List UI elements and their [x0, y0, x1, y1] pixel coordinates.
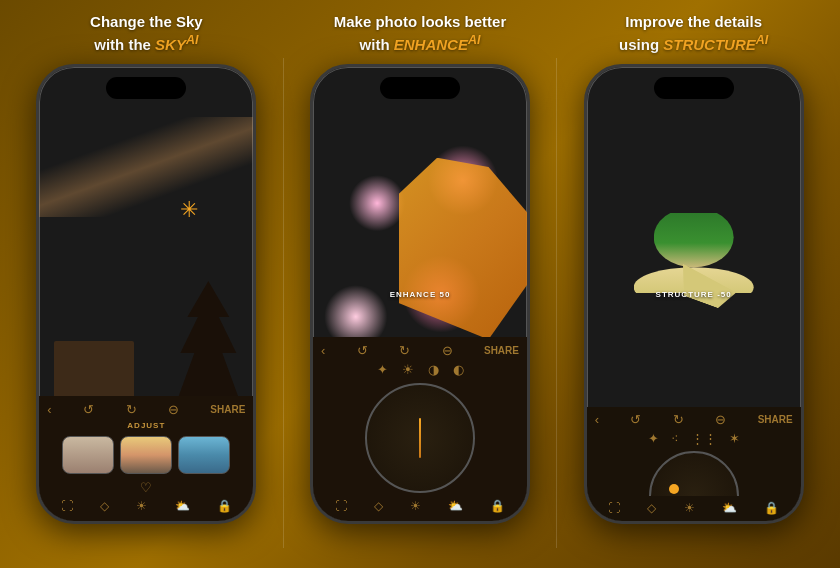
enhance-icons-row: ✦ ☀ ◑ ◐ [321, 362, 519, 377]
lock-icon-3[interactable]: 🔒 [764, 501, 779, 515]
undo-icon-3[interactable]: ↺ [630, 412, 641, 427]
sky-streaks [39, 117, 253, 217]
dynamic-island-2 [380, 77, 460, 99]
texture-icon[interactable]: ⋮⋮ [691, 431, 717, 446]
sky-highlight: SKYAI [155, 36, 198, 53]
structure-mini-dial[interactable] [649, 451, 739, 496]
tree-silhouette [173, 281, 243, 401]
crop-icon[interactable]: ⛶ [61, 499, 73, 513]
sparkle-icon[interactable]: ✦ [377, 362, 388, 377]
redo-icon-2[interactable]: ↻ [399, 343, 410, 358]
sun-icon[interactable]: ☀ [402, 362, 414, 377]
enhance-toolbar: ‹ ↺ ↻ ⊖ SHARE [321, 343, 519, 358]
sky-title: Change the Sky with the SKYAI [90, 12, 203, 54]
structure-footer-icons: ⛶ ◇ ☀ ⛅ 🔒 [595, 501, 793, 515]
compare-icon[interactable]: ⊖ [168, 402, 179, 417]
sky-thumbnails [47, 436, 245, 474]
sky-phone-bottom: ‹ ↺ ↻ ⊖ SHARE ADJUST ♡ ⛶ ◇ ☀ ⛅ [39, 396, 253, 521]
brightness-icon-2[interactable]: ☀ [410, 499, 421, 513]
island-aerial [634, 203, 754, 293]
share-button-3[interactable]: SHARE [758, 414, 793, 425]
magic-icon[interactable]: ◇ [100, 499, 109, 513]
enhance-highlight: ENHANCEAI [394, 36, 481, 53]
compare-icon-2[interactable]: ⊖ [442, 343, 453, 358]
crop-icon-3[interactable]: ⛶ [608, 501, 620, 515]
main-container: Change the Sky with the SKYAI ✳ ‹ ↺ ↻ ⊖ … [0, 0, 840, 568]
back-icon-3[interactable]: ‹ [595, 412, 599, 427]
mini-dial-dot [669, 484, 679, 494]
dynamic-island-1 [106, 77, 186, 99]
magic-icon-2[interactable]: ◇ [374, 499, 383, 513]
phone-enhance: ENHANCE 50 ‹ ↺ ↻ ⊖ SHARE ✦ ☀ ◑ ◐ [310, 64, 530, 524]
sky-toolbar: ‹ ↺ ↻ ⊖ SHARE [47, 402, 245, 417]
panel-structure: Improve the details using STRUCTUREAI ST… [557, 12, 830, 568]
sky-thumb-3[interactable] [178, 436, 230, 474]
sky-thumb-1[interactable] [62, 436, 114, 474]
back-icon[interactable]: ‹ [47, 402, 51, 417]
enhance-footer-icons: ⛶ ◇ ☀ ⛅ 🔒 [321, 499, 519, 513]
structure-badge: STRUCTURE -50 [656, 290, 732, 299]
person-icon[interactable]: ✶ [729, 431, 740, 446]
heart-icon[interactable]: ♡ [47, 480, 245, 495]
redo-icon[interactable]: ↻ [126, 402, 137, 417]
grain-icon[interactable]: ⁖ [671, 431, 679, 446]
structure-phone-bottom: ‹ ↺ ↻ ⊖ SHARE ✦ ⁖ ⋮⋮ ✶ [587, 407, 801, 521]
structure-toolbar: ‹ ↺ ↻ ⊖ SHARE [595, 412, 793, 427]
panel-enhance: Make photo looks better with ENHANCEAI E… [284, 12, 557, 568]
sky-footer-icons: ⛶ ◇ ☀ ⛅ 🔒 [47, 499, 245, 513]
undo-icon[interactable]: ↺ [83, 402, 94, 417]
adjust-label: ADJUST [47, 421, 245, 430]
island-land [654, 213, 734, 273]
lock-icon-2[interactable]: 🔒 [490, 499, 505, 513]
sparkle-icon-2[interactable]: ✦ [648, 431, 659, 446]
contrast-icon[interactable]: ◐ [453, 362, 464, 377]
undo-icon-2[interactable]: ↺ [357, 343, 368, 358]
crop-icon-2[interactable]: ⛶ [335, 499, 347, 513]
magic-icon-3[interactable]: ◇ [647, 501, 656, 515]
moon-icon[interactable]: ◑ [428, 362, 439, 377]
compare-icon-3[interactable]: ⊖ [715, 412, 726, 427]
enhance-dial[interactable] [365, 383, 475, 493]
structure-icons-row: ✦ ⁖ ⋮⋮ ✶ [595, 431, 793, 446]
tune-icon-2[interactable]: ⛅ [448, 499, 463, 513]
enhance-title: Make photo looks better with ENHANCEAI [334, 12, 507, 54]
dynamic-island-3 [654, 77, 734, 99]
brightness-icon-3[interactable]: ☀ [684, 501, 695, 515]
tune-icon-3[interactable]: ⛅ [722, 501, 737, 515]
redo-icon-3[interactable]: ↻ [673, 412, 684, 427]
enhance-badge: ENHANCE 50 [390, 290, 451, 299]
lock-icon[interactable]: 🔒 [217, 499, 232, 513]
share-button[interactable]: SHARE [210, 404, 245, 415]
back-icon-2[interactable]: ‹ [321, 343, 325, 358]
sun-star-icon: ✳ [180, 197, 198, 223]
share-button-2[interactable]: SHARE [484, 345, 519, 356]
structure-highlight: STRUCTUREAI [663, 36, 768, 53]
sky-thumb-2[interactable] [120, 436, 172, 474]
structure-title: Improve the details using STRUCTUREAI [619, 12, 768, 54]
panel-sky: Change the Sky with the SKYAI ✳ ‹ ↺ ↻ ⊖ … [10, 12, 283, 568]
phone-structure: STRUCTURE -50 ‹ ↺ ↻ ⊖ SHARE ✦ ⁖ ⋮⋮ ✶ [584, 64, 804, 524]
tune-icon[interactable]: ⛅ [175, 499, 190, 513]
brightness-icon[interactable]: ☀ [136, 499, 147, 513]
building-silhouette [54, 341, 134, 401]
phone-sky: ✳ ‹ ↺ ↻ ⊖ SHARE ADJUST ♡ ⛶ [36, 64, 256, 524]
enhance-phone-bottom: ‹ ↺ ↻ ⊖ SHARE ✦ ☀ ◑ ◐ ⛶ [313, 337, 527, 521]
dial-tick-marks [371, 389, 469, 487]
